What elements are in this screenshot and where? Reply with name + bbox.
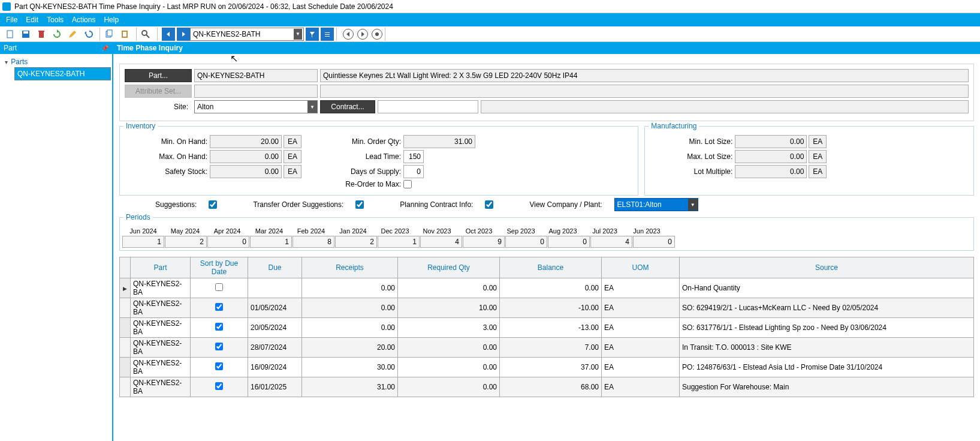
min-onhand-field[interactable]: 20.00	[210, 135, 282, 148]
reorder-max-checkbox[interactable]	[403, 180, 412, 188]
undo-icon[interactable]	[82, 28, 95, 41]
max-onhand-field[interactable]: 0.00	[210, 150, 282, 163]
table-row[interactable]: QN-KEYNES2-BA20/05/20240.003.00-13.00EAS…	[120, 318, 974, 338]
col-sort[interactable]: Sort by Due Date	[191, 257, 248, 278]
cell-receipts[interactable]: 20.00	[302, 338, 398, 358]
cell-required[interactable]: 0.00	[398, 377, 500, 397]
row-marker[interactable]: ▶	[120, 278, 131, 298]
cell-source[interactable]: Suggestion For Warehouse: Main	[680, 377, 974, 397]
period-cell[interactable]: 4	[590, 236, 632, 248]
period-cell[interactable]: 9	[463, 236, 505, 248]
refresh-icon[interactable]	[50, 28, 64, 41]
sort-checkbox[interactable]	[215, 283, 223, 291]
cell-part[interactable]: QN-KEYNES2-BA	[131, 377, 191, 397]
part-combo[interactable]: QN-KEYNES2-BATH ▼	[190, 28, 304, 41]
period-cell[interactable]: 2	[165, 236, 207, 248]
safety-stock-field[interactable]: 0.00	[210, 165, 282, 178]
col-balance[interactable]: Balance	[500, 257, 602, 278]
delete-icon[interactable]	[35, 28, 48, 41]
cell-receipts[interactable]: 0.00	[302, 278, 398, 298]
col-part[interactable]: Part	[131, 257, 191, 278]
period-cell[interactable]: 0	[207, 236, 249, 248]
save-icon[interactable]	[19, 28, 32, 41]
min-order-qty-field[interactable]: 31.00	[403, 135, 475, 148]
period-cell[interactable]: 1	[122, 236, 164, 248]
nav-stop-icon[interactable]	[372, 29, 382, 40]
cell-sort[interactable]	[191, 358, 248, 377]
cell-part[interactable]: QN-KEYNES2-BA	[131, 358, 191, 377]
cell-sort[interactable]	[191, 298, 248, 318]
cell-due[interactable]: 28/07/2024	[248, 338, 302, 358]
period-cell[interactable]: 1	[250, 236, 292, 248]
tree-node-selected[interactable]: QN-KEYNES2-BATH	[14, 67, 111, 80]
col-due[interactable]: Due	[248, 257, 302, 278]
cell-balance[interactable]: -13.00	[500, 318, 602, 338]
transfer-order-checkbox[interactable]	[355, 200, 364, 209]
cell-balance[interactable]: -10.00	[500, 298, 602, 318]
cell-sort[interactable]	[191, 338, 248, 358]
cell-uom[interactable]: EA	[602, 318, 680, 338]
row-marker[interactable]	[120, 318, 131, 338]
cell-balance[interactable]: 68.00	[500, 377, 602, 397]
chevron-down-icon[interactable]: ▼	[688, 199, 698, 211]
cell-source[interactable]: PO: 124876/63/1 - Elstead Asia Ltd - Pro…	[680, 358, 974, 377]
sort-checkbox[interactable]	[215, 362, 223, 370]
cell-required[interactable]: 0.00	[398, 358, 500, 377]
chevron-down-icon[interactable]: ▼	[294, 29, 302, 40]
cell-due[interactable]: 20/05/2024	[248, 318, 302, 338]
cell-part[interactable]: QN-KEYNES2-BA	[131, 338, 191, 358]
table-row[interactable]: QN-KEYNES2-BA28/07/202420.000.007.00EAIn…	[120, 338, 974, 358]
cell-source[interactable]: SO: 631776/1/1 - Elstead Lighting Sp zoo…	[680, 318, 974, 338]
days-supply-field[interactable]: 0	[403, 165, 424, 178]
table-row[interactable]: QN-KEYNES2-BA01/05/20240.0010.00-10.00EA…	[120, 298, 974, 318]
cell-required[interactable]: 0.00	[398, 338, 500, 358]
period-cell[interactable]: 2	[335, 236, 377, 248]
cell-required[interactable]: 10.00	[398, 298, 500, 318]
min-lot-field[interactable]: 0.00	[735, 135, 807, 148]
col-source[interactable]: Source	[680, 257, 974, 278]
menu-actions[interactable]: Actions	[72, 16, 95, 24]
filter-prev-icon[interactable]	[306, 28, 319, 41]
menu-edit[interactable]: Edit	[26, 16, 38, 24]
cell-due[interactable]: 01/05/2024	[248, 298, 302, 318]
contract-field[interactable]	[378, 100, 478, 113]
collapse-icon[interactable]: ▾	[5, 59, 8, 65]
table-row[interactable]: ▶QN-KEYNES2-BA0.000.000.00EAOn-Hand Quan…	[120, 278, 974, 298]
col-receipts[interactable]: Receipts	[302, 257, 398, 278]
lot-multiple-field[interactable]: 0.00	[735, 165, 807, 178]
menu-tools[interactable]: Tools	[47, 16, 64, 24]
sort-checkbox[interactable]	[215, 323, 223, 331]
cell-receipts[interactable]: 0.00	[302, 318, 398, 338]
cell-uom[interactable]: EA	[602, 298, 680, 318]
cell-receipts[interactable]: 31.00	[302, 377, 398, 397]
data-grid[interactable]: Part Sort by Due Date Due Receipts Requi…	[119, 257, 974, 397]
cell-part[interactable]: QN-KEYNES2-BA	[131, 298, 191, 318]
period-cell[interactable]: 0	[505, 236, 547, 248]
nav-forward-icon[interactable]	[357, 29, 368, 40]
cell-uom[interactable]: EA	[602, 377, 680, 397]
contract-button[interactable]: Contract...	[320, 100, 375, 113]
chevron-down-icon[interactable]: ▼	[307, 101, 317, 113]
period-cell[interactable]: 8	[293, 236, 334, 248]
row-marker[interactable]	[120, 377, 131, 397]
col-required-qty[interactable]: Required Qty	[398, 257, 500, 278]
nav-next-icon[interactable]	[177, 28, 190, 41]
cell-uom[interactable]: EA	[602, 358, 680, 377]
cell-uom[interactable]: EA	[602, 278, 680, 298]
sort-checkbox[interactable]	[215, 303, 223, 311]
cell-required[interactable]: 0.00	[398, 278, 500, 298]
cell-balance[interactable]: 7.00	[500, 338, 602, 358]
sort-checkbox[interactable]	[215, 343, 223, 350]
cell-source[interactable]: On-Hand Quantity	[680, 278, 974, 298]
planning-contract-checkbox[interactable]	[485, 200, 493, 209]
cell-part[interactable]: QN-KEYNES2-BA	[131, 318, 191, 338]
cell-balance[interactable]: 37.00	[500, 358, 602, 377]
cell-sort[interactable]	[191, 278, 248, 298]
cell-due[interactable]: 16/09/2024	[248, 358, 302, 377]
view-company-plant-select[interactable]: ELST01:Alton ▼	[614, 198, 698, 211]
row-marker[interactable]	[120, 298, 131, 318]
cell-source[interactable]: SO: 629419/2/1 - Lucas+McKearn LLC - Nee…	[680, 298, 974, 318]
search-icon[interactable]	[139, 28, 152, 41]
new-icon[interactable]	[4, 28, 17, 41]
tree-root[interactable]: ▾ Parts	[1, 56, 111, 67]
